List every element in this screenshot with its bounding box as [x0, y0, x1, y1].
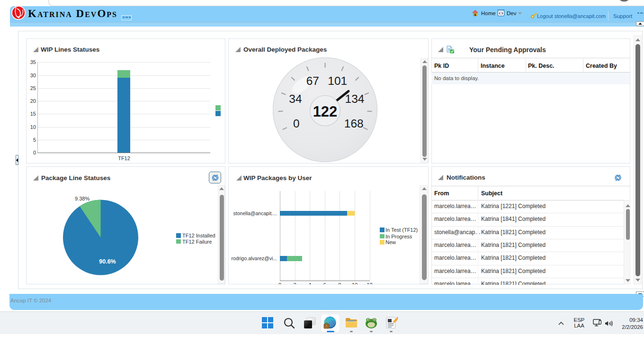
- svg-text:168: 168: [344, 117, 364, 130]
- svg-text:134: 134: [345, 92, 365, 105]
- svg-text:122: 122: [313, 103, 338, 120]
- svg-text:0: 0: [293, 117, 300, 130]
- svg-text:101: 101: [328, 74, 347, 87]
- svg-text:67: 67: [306, 74, 319, 87]
- svg-text:34: 34: [289, 92, 302, 105]
- svg-text:90.6%: 90.6%: [99, 258, 116, 265]
